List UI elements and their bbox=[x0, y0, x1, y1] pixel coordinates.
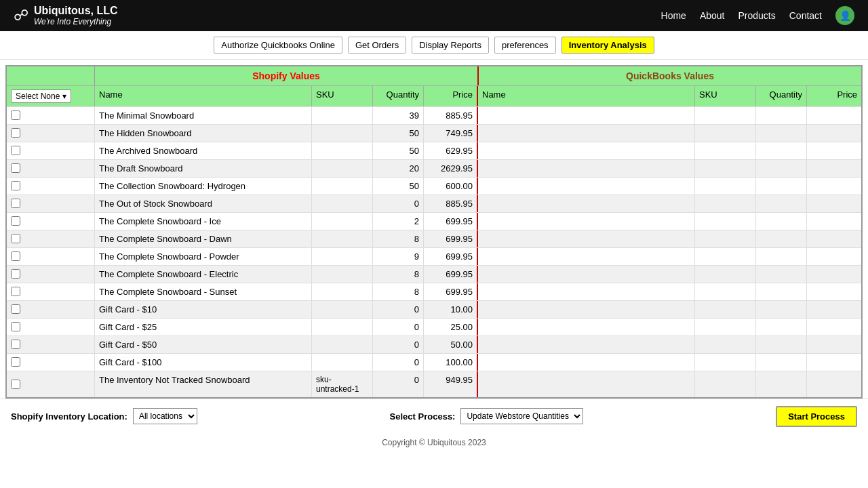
row-checkbox[interactable] bbox=[11, 216, 20, 226]
row-checkbox[interactable] bbox=[11, 269, 20, 279]
section-headers: Shopify Values QuickBooks Values bbox=[7, 66, 861, 85]
footer-location: Shopify Inventory Location: All location… bbox=[11, 408, 197, 424]
row-qb-sku bbox=[695, 283, 756, 300]
row-qb-quantity bbox=[756, 283, 807, 300]
row-qb-name bbox=[478, 213, 695, 230]
start-process-button[interactable]: Start Process bbox=[776, 406, 857, 427]
row-qb-price bbox=[807, 354, 861, 371]
row-shopify-name: Gift Card - $100 bbox=[95, 354, 312, 371]
row-shopify-price: 699.95 bbox=[424, 283, 478, 300]
menu-preferences[interactable]: preferences bbox=[494, 37, 556, 54]
row-shopify-name: The Complete Snowboard - Powder bbox=[95, 248, 312, 265]
row-shopify-name: The Collection Snowboard: Hydrogen bbox=[95, 178, 312, 195]
row-shopify-name: Gift Card - $50 bbox=[95, 336, 312, 353]
row-checkbox[interactable] bbox=[11, 304, 20, 314]
table-row: The Draft Snowboard 20 2629.95 bbox=[7, 159, 861, 177]
row-qb-price bbox=[807, 142, 861, 159]
logo-area: ☍ Ubiquitous, LLC We're Into Everything bbox=[14, 4, 118, 27]
row-shopify-quantity: 0 bbox=[373, 371, 424, 397]
row-qb-sku bbox=[695, 319, 756, 336]
nav-home[interactable]: Home bbox=[661, 10, 686, 21]
row-checkbox[interactable] bbox=[11, 146, 20, 155]
row-shopify-price: 50.00 bbox=[424, 336, 478, 353]
nav-contact[interactable]: Contact bbox=[789, 10, 822, 21]
row-checkbox[interactable] bbox=[11, 199, 20, 208]
company-name: Ubiquitous, LLC bbox=[34, 4, 118, 17]
row-checkbox[interactable] bbox=[11, 322, 20, 331]
menu-inventory-analysis[interactable]: Inventory Analysis bbox=[561, 37, 654, 54]
row-qb-quantity bbox=[756, 319, 807, 336]
row-checkbox[interactable] bbox=[11, 110, 20, 120]
row-qb-price bbox=[807, 336, 861, 353]
row-qb-price bbox=[807, 230, 861, 247]
row-checkbox[interactable] bbox=[11, 128, 20, 138]
copyright-text: Copyright © Ubiquitous 2023 bbox=[0, 434, 868, 451]
row-qb-price bbox=[807, 213, 861, 230]
row-shopify-price: 699.95 bbox=[424, 230, 478, 247]
row-qb-name bbox=[478, 336, 695, 353]
row-qb-quantity bbox=[756, 107, 807, 124]
nav-products[interactable]: Products bbox=[738, 10, 776, 21]
row-qb-name bbox=[478, 107, 695, 124]
row-qb-sku bbox=[695, 178, 756, 195]
row-checkbox[interactable] bbox=[11, 251, 20, 261]
table-row: The Complete Snowboard - Ice 2 699.95 bbox=[7, 212, 861, 230]
row-qb-sku bbox=[695, 230, 756, 247]
row-qb-quantity bbox=[756, 354, 807, 371]
row-shopify-price: 10.00 bbox=[424, 301, 478, 318]
row-checkbox-cell bbox=[7, 283, 95, 300]
row-qb-name bbox=[478, 195, 695, 212]
user-avatar[interactable]: 👤 bbox=[835, 6, 854, 25]
row-qb-price bbox=[807, 371, 861, 397]
qb-section-header: QuickBooks Values bbox=[479, 66, 861, 85]
row-qb-name bbox=[478, 230, 695, 247]
row-shopify-quantity: 50 bbox=[373, 142, 424, 159]
table-row: The Complete Snowboard - Sunset 8 699.95 bbox=[7, 283, 861, 300]
select-none-button[interactable]: Select None ▾ bbox=[11, 89, 71, 103]
header-qb-quantity: Quantity bbox=[756, 86, 807, 106]
row-checkbox[interactable] bbox=[11, 357, 20, 367]
row-shopify-price: 600.00 bbox=[424, 178, 478, 195]
row-shopify-price: 100.00 bbox=[424, 354, 478, 371]
row-shopify-sku bbox=[312, 266, 373, 283]
row-qb-name bbox=[478, 301, 695, 318]
row-checkbox[interactable] bbox=[11, 380, 20, 389]
nav-about[interactable]: About bbox=[700, 10, 725, 21]
row-checkbox-cell bbox=[7, 301, 95, 318]
row-checkbox-cell bbox=[7, 107, 95, 124]
shopify-section-header: Shopify Values bbox=[95, 66, 479, 85]
location-select[interactable]: All locations bbox=[133, 408, 197, 424]
row-shopify-name: The Complete Snowboard - Sunset bbox=[95, 283, 312, 300]
row-shopify-name: The Out of Stock Snowboard bbox=[95, 195, 312, 212]
row-qb-name bbox=[478, 160, 695, 177]
menu-get-orders[interactable]: Get Orders bbox=[348, 37, 406, 54]
row-checkbox[interactable] bbox=[11, 287, 20, 296]
row-checkbox-cell bbox=[7, 336, 95, 353]
row-checkbox-cell bbox=[7, 319, 95, 336]
row-checkbox[interactable] bbox=[11, 163, 20, 173]
row-qb-price bbox=[807, 248, 861, 265]
process-select[interactable]: Update Webstore Quantities bbox=[460, 408, 583, 424]
menu-authorize-qb[interactable]: Authorize Quickbooks Online bbox=[214, 37, 342, 54]
table-row: Gift Card - $25 0 25.00 bbox=[7, 318, 861, 336]
row-shopify-sku: sku-untracked-1 bbox=[312, 371, 373, 397]
header-shopify-sku: SKU bbox=[312, 86, 373, 106]
row-qb-name bbox=[478, 125, 695, 142]
row-qb-name bbox=[478, 142, 695, 159]
row-qb-price bbox=[807, 125, 861, 142]
row-checkbox-cell bbox=[7, 230, 95, 247]
row-qb-sku bbox=[695, 195, 756, 212]
table-row: The Complete Snowboard - Electric 8 699.… bbox=[7, 265, 861, 283]
menu-display-reports[interactable]: Display Reports bbox=[412, 37, 489, 54]
footer-process: Select Process: Update Webstore Quantiti… bbox=[390, 408, 584, 424]
row-shopify-name: The Complete Snowboard - Electric bbox=[95, 266, 312, 283]
row-qb-price bbox=[807, 178, 861, 195]
row-qb-quantity bbox=[756, 336, 807, 353]
row-checkbox[interactable] bbox=[11, 234, 20, 243]
row-shopify-price: 949.95 bbox=[424, 371, 478, 397]
row-checkbox[interactable] bbox=[11, 181, 20, 190]
row-checkbox-cell bbox=[7, 213, 95, 230]
row-checkbox[interactable] bbox=[11, 340, 20, 349]
row-qb-quantity bbox=[756, 301, 807, 318]
row-qb-quantity bbox=[756, 213, 807, 230]
